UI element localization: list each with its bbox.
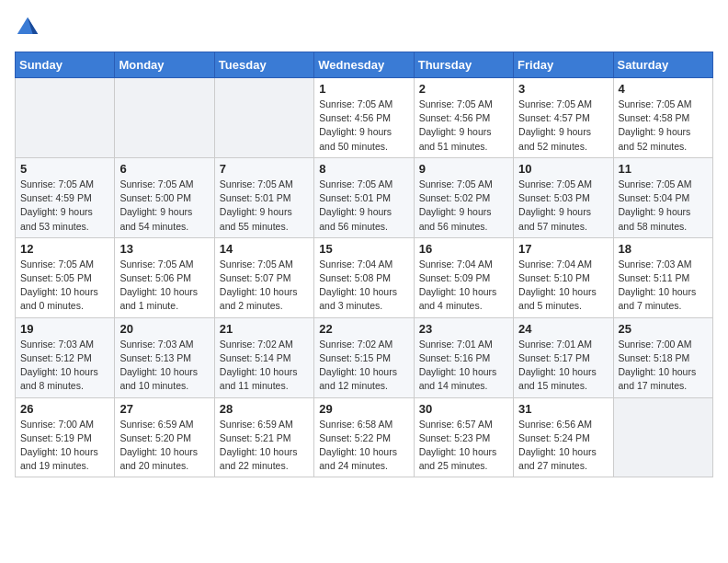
calendar-week-row: 5Sunrise: 7:05 AMSunset: 4:59 PMDaylight… bbox=[16, 157, 713, 237]
calendar-cell: 29Sunrise: 6:58 AMSunset: 5:22 PMDayligh… bbox=[314, 397, 414, 477]
day-number: 8 bbox=[319, 162, 408, 176]
calendar-cell: 21Sunrise: 7:02 AMSunset: 5:14 PMDayligh… bbox=[214, 317, 313, 397]
day-info: Sunrise: 6:56 AMSunset: 5:24 PMDaylight:… bbox=[518, 418, 608, 474]
day-info: Sunrise: 7:05 AMSunset: 5:07 PMDaylight:… bbox=[220, 258, 309, 314]
day-number: 23 bbox=[419, 322, 508, 336]
day-number: 24 bbox=[518, 322, 608, 336]
day-number: 4 bbox=[619, 82, 708, 96]
day-info: Sunrise: 7:00 AMSunset: 5:19 PMDaylight:… bbox=[20, 418, 109, 474]
day-number: 18 bbox=[619, 242, 708, 256]
day-number: 21 bbox=[220, 322, 309, 336]
day-info: Sunrise: 6:57 AMSunset: 5:23 PMDaylight:… bbox=[419, 418, 508, 474]
calendar-cell: 20Sunrise: 7:03 AMSunset: 5:13 PMDayligh… bbox=[115, 317, 214, 397]
day-number: 14 bbox=[220, 242, 309, 256]
weekday-header: Tuesday bbox=[214, 52, 313, 78]
calendar-cell bbox=[115, 78, 214, 158]
day-number: 29 bbox=[319, 402, 408, 416]
calendar-cell: 5Sunrise: 7:05 AMSunset: 4:59 PMDaylight… bbox=[16, 157, 115, 237]
calendar-cell: 1Sunrise: 7:05 AMSunset: 4:56 PMDaylight… bbox=[314, 78, 414, 158]
day-number: 20 bbox=[119, 322, 209, 336]
day-number: 9 bbox=[419, 162, 508, 176]
day-number: 17 bbox=[518, 242, 608, 256]
day-number: 5 bbox=[20, 162, 109, 176]
day-info: Sunrise: 6:59 AMSunset: 5:21 PMDaylight:… bbox=[220, 418, 309, 474]
calendar-cell: 10Sunrise: 7:05 AMSunset: 5:03 PMDayligh… bbox=[514, 157, 613, 237]
calendar-table: SundayMondayTuesdayWednesdayThursdayFrid… bbox=[15, 52, 713, 477]
day-number: 28 bbox=[220, 402, 309, 416]
day-number: 6 bbox=[119, 162, 209, 176]
calendar-week-row: 1Sunrise: 7:05 AMSunset: 4:56 PMDaylight… bbox=[16, 78, 713, 158]
calendar-cell: 8Sunrise: 7:05 AMSunset: 5:01 PMDaylight… bbox=[314, 157, 414, 237]
day-info: Sunrise: 7:05 AMSunset: 5:01 PMDaylight:… bbox=[220, 178, 309, 234]
weekday-header: Sunday bbox=[16, 52, 115, 78]
calendar-cell: 25Sunrise: 7:00 AMSunset: 5:18 PMDayligh… bbox=[613, 317, 712, 397]
day-number: 7 bbox=[220, 162, 309, 176]
calendar-cell: 11Sunrise: 7:05 AMSunset: 5:04 PMDayligh… bbox=[613, 157, 712, 237]
day-info: Sunrise: 7:04 AMSunset: 5:10 PMDaylight:… bbox=[518, 258, 608, 314]
day-number: 19 bbox=[20, 322, 109, 336]
day-number: 16 bbox=[419, 242, 508, 256]
day-number: 2 bbox=[419, 82, 508, 96]
calendar-cell bbox=[16, 78, 115, 158]
day-info: Sunrise: 7:05 AMSunset: 5:03 PMDaylight:… bbox=[518, 178, 608, 234]
calendar-cell: 6Sunrise: 7:05 AMSunset: 5:00 PMDaylight… bbox=[115, 157, 214, 237]
logo-icon bbox=[15, 15, 40, 40]
day-info: Sunrise: 7:05 AMSunset: 4:56 PMDaylight:… bbox=[319, 98, 408, 154]
logo bbox=[15, 15, 44, 40]
weekday-header: Friday bbox=[514, 52, 613, 78]
day-info: Sunrise: 7:05 AMSunset: 5:01 PMDaylight:… bbox=[319, 178, 408, 234]
calendar-cell: 19Sunrise: 7:03 AMSunset: 5:12 PMDayligh… bbox=[16, 317, 115, 397]
calendar-cell: 30Sunrise: 6:57 AMSunset: 5:23 PMDayligh… bbox=[414, 397, 513, 477]
day-number: 22 bbox=[319, 322, 408, 336]
calendar-week-row: 12Sunrise: 7:05 AMSunset: 5:05 PMDayligh… bbox=[16, 237, 713, 317]
day-info: Sunrise: 7:05 AMSunset: 4:58 PMDaylight:… bbox=[619, 98, 708, 154]
weekday-header: Thursday bbox=[414, 52, 513, 78]
calendar-week-row: 26Sunrise: 7:00 AMSunset: 5:19 PMDayligh… bbox=[16, 397, 713, 477]
calendar-cell: 24Sunrise: 7:01 AMSunset: 5:17 PMDayligh… bbox=[514, 317, 613, 397]
day-number: 26 bbox=[20, 402, 109, 416]
calendar-cell bbox=[214, 78, 313, 158]
day-info: Sunrise: 7:05 AMSunset: 5:06 PMDaylight:… bbox=[119, 258, 209, 314]
day-number: 11 bbox=[619, 162, 708, 176]
day-info: Sunrise: 7:05 AMSunset: 4:59 PMDaylight:… bbox=[20, 178, 109, 234]
day-info: Sunrise: 7:05 AMSunset: 4:56 PMDaylight:… bbox=[419, 98, 508, 154]
calendar-cell: 14Sunrise: 7:05 AMSunset: 5:07 PMDayligh… bbox=[214, 237, 313, 317]
day-info: Sunrise: 7:04 AMSunset: 5:09 PMDaylight:… bbox=[419, 258, 508, 314]
weekday-header: Wednesday bbox=[314, 52, 414, 78]
day-info: Sunrise: 6:59 AMSunset: 5:20 PMDaylight:… bbox=[119, 418, 209, 474]
calendar-cell: 2Sunrise: 7:05 AMSunset: 4:56 PMDaylight… bbox=[414, 78, 513, 158]
day-number: 3 bbox=[518, 82, 608, 96]
day-info: Sunrise: 7:05 AMSunset: 4:57 PMDaylight:… bbox=[518, 98, 608, 154]
calendar-week-row: 19Sunrise: 7:03 AMSunset: 5:12 PMDayligh… bbox=[16, 317, 713, 397]
day-info: Sunrise: 7:02 AMSunset: 5:14 PMDaylight:… bbox=[220, 338, 309, 394]
calendar-cell: 13Sunrise: 7:05 AMSunset: 5:06 PMDayligh… bbox=[115, 237, 214, 317]
calendar-cell bbox=[613, 397, 712, 477]
calendar-cell: 16Sunrise: 7:04 AMSunset: 5:09 PMDayligh… bbox=[414, 237, 513, 317]
calendar-cell: 7Sunrise: 7:05 AMSunset: 5:01 PMDaylight… bbox=[214, 157, 313, 237]
weekday-header: Saturday bbox=[613, 52, 712, 78]
calendar-cell: 26Sunrise: 7:00 AMSunset: 5:19 PMDayligh… bbox=[16, 397, 115, 477]
day-info: Sunrise: 7:05 AMSunset: 5:04 PMDaylight:… bbox=[619, 178, 708, 234]
day-number: 25 bbox=[619, 322, 708, 336]
weekday-header-row: SundayMondayTuesdayWednesdayThursdayFrid… bbox=[16, 52, 713, 78]
calendar-cell: 12Sunrise: 7:05 AMSunset: 5:05 PMDayligh… bbox=[16, 237, 115, 317]
calendar-cell: 28Sunrise: 6:59 AMSunset: 5:21 PMDayligh… bbox=[214, 397, 313, 477]
day-number: 30 bbox=[419, 402, 508, 416]
day-info: Sunrise: 7:05 AMSunset: 5:02 PMDaylight:… bbox=[419, 178, 508, 234]
calendar-cell: 15Sunrise: 7:04 AMSunset: 5:08 PMDayligh… bbox=[314, 237, 414, 317]
day-number: 10 bbox=[518, 162, 608, 176]
day-number: 13 bbox=[119, 242, 209, 256]
calendar-cell: 3Sunrise: 7:05 AMSunset: 4:57 PMDaylight… bbox=[514, 78, 613, 158]
calendar-cell: 4Sunrise: 7:05 AMSunset: 4:58 PMDaylight… bbox=[613, 78, 712, 158]
day-number: 31 bbox=[518, 402, 608, 416]
day-number: 15 bbox=[319, 242, 408, 256]
calendar-cell: 23Sunrise: 7:01 AMSunset: 5:16 PMDayligh… bbox=[414, 317, 513, 397]
day-info: Sunrise: 7:03 AMSunset: 5:11 PMDaylight:… bbox=[619, 258, 708, 314]
weekday-header: Monday bbox=[115, 52, 214, 78]
day-info: Sunrise: 7:05 AMSunset: 5:00 PMDaylight:… bbox=[119, 178, 209, 234]
day-number: 12 bbox=[20, 242, 109, 256]
calendar-cell: 17Sunrise: 7:04 AMSunset: 5:10 PMDayligh… bbox=[514, 237, 613, 317]
calendar-cell: 18Sunrise: 7:03 AMSunset: 5:11 PMDayligh… bbox=[613, 237, 712, 317]
calendar-cell: 31Sunrise: 6:56 AMSunset: 5:24 PMDayligh… bbox=[514, 397, 613, 477]
day-info: Sunrise: 7:01 AMSunset: 5:17 PMDaylight:… bbox=[518, 338, 608, 394]
